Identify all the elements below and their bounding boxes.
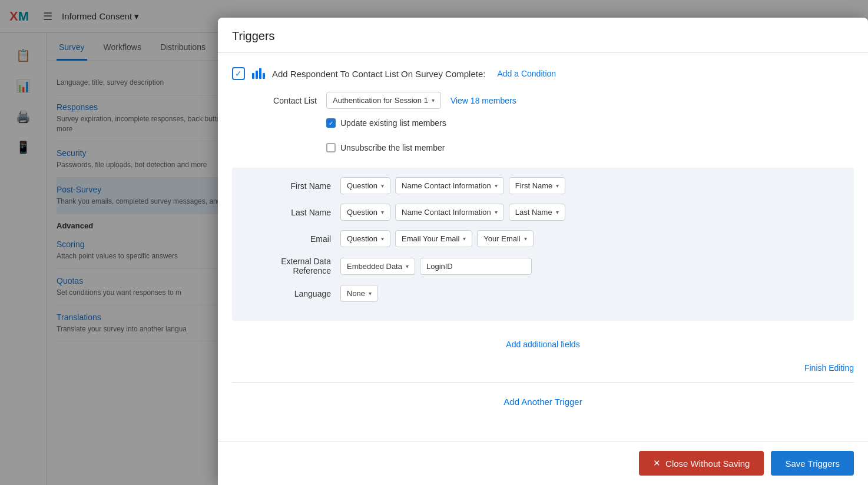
contact-list-chevron: ▾ [432, 97, 435, 104]
email-label: Email [246, 234, 340, 244]
chevron-icon: ▾ [381, 209, 384, 215]
update-existing-label: Update existing list members [340, 118, 446, 128]
unsubscribe-row: Unsubscribe the list member [326, 143, 854, 158]
email-select-3[interactable]: Your Email ▾ [477, 230, 533, 247]
trigger-label: Add Respondent To Contact List On Survey… [272, 69, 485, 79]
last-name-select-3[interactable]: Last Name ▾ [509, 204, 565, 221]
last-name-select-2[interactable]: Name Contact Information ▾ [395, 204, 504, 221]
save-triggers-button[interactable]: Save Triggers [771, 451, 854, 476]
chevron-icon: ▾ [524, 235, 527, 242]
last-name-controls: Question ▾ Name Contact Information ▾ La… [340, 204, 565, 221]
trigger-bar-icon [252, 68, 265, 79]
unsubscribe-controls: Unsubscribe the list member [326, 143, 445, 158]
first-name-select-2[interactable]: Name Contact Information ▾ [395, 177, 504, 194]
chevron-icon: ▾ [495, 182, 498, 189]
add-trigger-button[interactable]: Add Another Trigger [503, 397, 582, 407]
first-name-row: First Name Question ▾ Name Contact Infor… [246, 177, 840, 194]
email-select-1[interactable]: Question ▾ [340, 230, 390, 247]
chevron-icon: ▾ [495, 209, 498, 215]
external-data-row: External Data Reference Embedded Data ▾ [246, 257, 840, 275]
divider [232, 382, 854, 383]
modal-overlay: Triggers ✓ Add Respondent To Contact Lis… [0, 0, 868, 485]
email-select-2[interactable]: Email Your Email ▾ [395, 230, 472, 247]
contact-list-controls: Authentication for Session 1 ▾ View 18 m… [326, 92, 516, 109]
unsubscribe-checkbox-row: Unsubscribe the list member [326, 143, 445, 152]
external-data-controls: Embedded Data ▾ [340, 258, 532, 275]
add-fields-button[interactable]: Add additional fields [232, 340, 854, 349]
modal: Triggers ✓ Add Respondent To Contact Lis… [218, 18, 868, 485]
modal-footer: ✕ Close Without Saving Save Triggers [218, 441, 868, 485]
language-row: Language None ▾ [246, 285, 840, 302]
contact-list-row: Contact List Authentication for Session … [232, 92, 854, 109]
email-controls: Question ▾ Email Your Email ▾ Your Email… [340, 230, 534, 247]
language-controls: None ▾ [340, 285, 378, 302]
last-name-label: Last Name [246, 208, 340, 217]
finish-editing-button[interactable]: Finish Editing [804, 363, 854, 373]
chevron-icon: ▾ [406, 263, 409, 270]
language-label: Language [246, 289, 340, 298]
language-select[interactable]: None ▾ [340, 285, 378, 302]
chevron-icon: ▾ [381, 182, 384, 189]
contact-list-label: Contact List [232, 96, 326, 105]
chevron-icon: ▾ [463, 235, 466, 242]
unsubscribe-checkbox[interactable] [326, 143, 336, 152]
unsubscribe-label: Unsubscribe the list member [340, 143, 445, 152]
close-without-saving-button[interactable]: ✕ Close Without Saving [639, 451, 764, 476]
first-name-controls: Question ▾ Name Contact Information ▾ Fi… [340, 177, 565, 194]
modal-body: ✓ Add Respondent To Contact List On Surv… [218, 53, 868, 441]
chevron-icon: ▾ [556, 182, 559, 189]
update-existing-checkbox-row: ✓ Update existing list members [326, 118, 446, 128]
last-name-select-1[interactable]: Question ▾ [340, 204, 390, 221]
add-trigger-row: Add Another Trigger [232, 392, 854, 411]
external-data-label: External Data Reference [246, 257, 340, 275]
chevron-icon: ▾ [369, 290, 372, 297]
first-name-select-1[interactable]: Question ▾ [340, 177, 390, 194]
first-name-select-3[interactable]: First Name ▾ [509, 177, 566, 194]
update-existing-row: ✓ Update existing list members [326, 118, 854, 134]
email-row: Email Question ▾ Email Your Email ▾ Your… [246, 230, 840, 247]
trigger-checkbox[interactable]: ✓ [232, 67, 245, 80]
close-x-icon: ✕ [653, 458, 661, 469]
add-condition-button[interactable]: Add a Condition [497, 69, 556, 78]
contact-list-value: Authentication for Session 1 [333, 96, 428, 105]
chevron-icon: ▾ [556, 209, 559, 215]
modal-title: Triggers [232, 29, 854, 43]
first-name-label: First Name [246, 181, 340, 191]
view-members-link[interactable]: View 18 members [450, 96, 516, 105]
fields-section: First Name Question ▾ Name Contact Infor… [232, 168, 854, 321]
update-existing-checkbox[interactable]: ✓ [326, 118, 336, 128]
external-data-input[interactable] [420, 258, 532, 275]
update-existing-controls: ✓ Update existing list members [326, 118, 446, 134]
external-data-select[interactable]: Embedded Data ▾ [340, 258, 415, 275]
add-fields-row: Add additional fields [232, 330, 854, 358]
modal-header: Triggers [218, 18, 868, 53]
finish-editing-row: Finish Editing [232, 363, 854, 373]
last-name-row: Last Name Question ▾ Name Contact Inform… [246, 204, 840, 221]
trigger-header: ✓ Add Respondent To Contact List On Surv… [232, 67, 854, 80]
contact-list-select[interactable]: Authentication for Session 1 ▾ [326, 92, 441, 109]
chevron-icon: ▾ [381, 235, 384, 242]
